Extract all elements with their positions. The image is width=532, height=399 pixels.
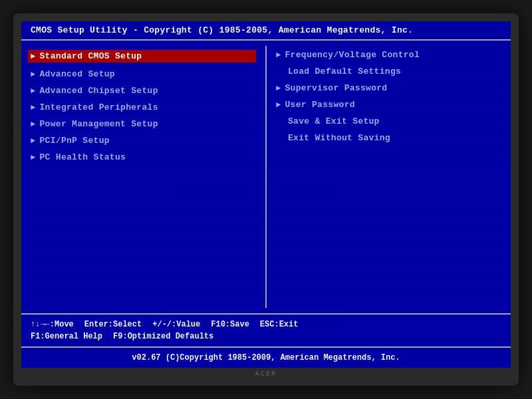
menu-label: Supervisor Password [285,83,388,93]
arrow-icon: ► [31,86,36,96]
title-bar: CMOS Setup Utility - Copyright (C) 1985-… [21,21,511,41]
menu-item-pc-health[interactable]: ► PC Health Status [31,152,256,162]
arrow-icon: ► [276,51,281,60]
menu-label: User Password [285,100,355,110]
footer-move: ↑↓→←:Move [31,319,74,331]
bios-screen: CMOS Setup Utility - Copyright (C) 1985-… [21,21,511,368]
menu-label: Frequency/Voltage Control [285,50,420,60]
menu-label: Power Management Setup [40,119,158,129]
right-menu: ► Frequency/Voltage Control Load Default… [267,46,511,308]
footer-f9: F9:Optimized Defaults [113,331,213,342]
menu-item-load-defaults[interactable]: Load Default Settings [276,66,501,76]
arrow-icon: ► [31,136,36,146]
menu-item-advanced-chipset[interactable]: ► Advanced Chipset Setup [31,86,256,96]
menu-label: Standard CMOS Setup [40,51,142,61]
monitor-brand: ACER [21,368,511,378]
arrow-icon: ► [276,84,281,93]
menu-item-pci-pnp[interactable]: ► PCI/PnP Setup [31,136,256,146]
menu-label: Advanced Chipset Setup [40,86,158,96]
menu-item-standard-cmos[interactable]: ► Standard CMOS Setup [28,50,256,63]
footer-enter: Enter:Select [84,319,142,331]
menu-item-integrated-peripherals[interactable]: ► Integrated Peripherals [31,102,256,112]
menu-item-save-exit[interactable]: Save & Exit Setup [276,116,501,126]
footer-f1: F1:General Help [31,331,102,342]
menu-label: Save & Exit Setup [288,116,380,126]
arrow-icon: ► [31,153,36,162]
arrow-icon: ► [31,103,36,112]
footer-esc: ESC:Exit [260,319,299,331]
footer-line-2: F1:General Help F9:Optimized Defaults [31,331,501,342]
left-menu: ► Standard CMOS Setup ► Advanced Setup ►… [21,46,267,308]
monitor-bezel: CMOS Setup Utility - Copyright (C) 1985-… [13,13,519,386]
main-content: ► Standard CMOS Setup ► Advanced Setup ►… [21,41,511,313]
version-text: v02.67 (C)Copyright 1985-2009, American … [132,353,400,362]
arrow-icon: ► [31,120,36,129]
menu-item-supervisor-password[interactable]: ► Supervisor Password [276,83,501,93]
menu-item-advanced-setup[interactable]: ► Advanced Setup [31,69,256,79]
footer-f10: F10:Save [211,319,249,331]
footer-bar: ↑↓→←:Move Enter:Select +/-/:Value F10:Sa… [21,313,511,346]
footer-value: +/-/:Value [152,319,200,331]
menu-item-user-password[interactable]: ► User Password [276,100,501,110]
menu-label: PC Health Status [40,152,126,162]
menu-label: Load Default Settings [288,66,401,76]
version-bar: v02.67 (C)Copyright 1985-2009, American … [21,346,511,368]
menu-label: Integrated Peripherals [40,102,158,112]
arrow-icon: ► [276,100,281,110]
menu-label: Exit Without Saving [288,133,390,143]
footer-line-1: ↑↓→←:Move Enter:Select +/-/:Value F10:Sa… [31,319,501,331]
menu-item-exit-no-save[interactable]: Exit Without Saving [276,133,501,143]
arrow-icon: ► [31,52,36,61]
menu-label: PCI/PnP Setup [40,136,110,146]
arrow-icon: ► [31,70,36,79]
menu-item-power-management[interactable]: ► Power Management Setup [31,119,256,129]
menu-item-freq-voltage[interactable]: ► Frequency/Voltage Control [276,50,501,60]
menu-label: Advanced Setup [40,69,115,79]
title-text: CMOS Setup Utility - Copyright (C) 1985-… [31,25,413,35]
